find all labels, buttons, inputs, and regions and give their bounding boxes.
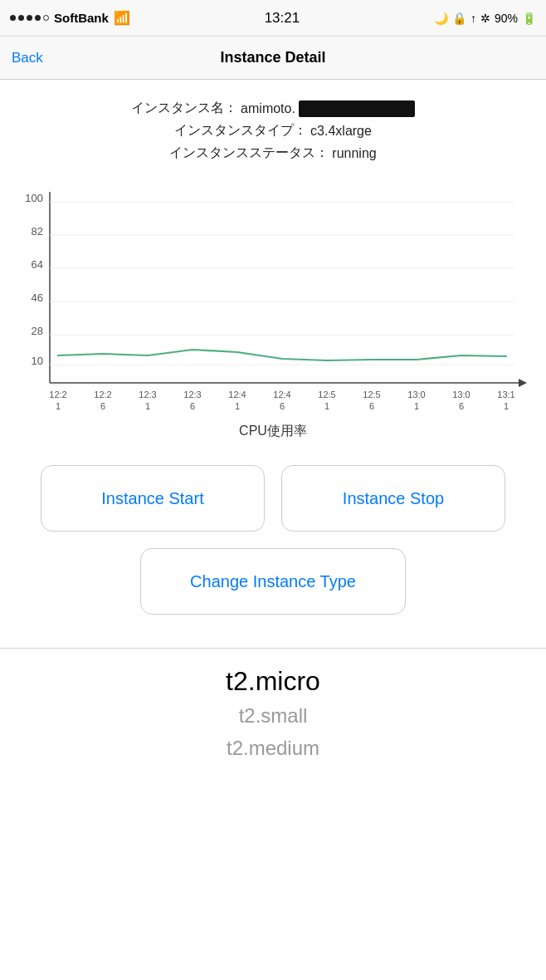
- svg-text:6: 6: [459, 401, 464, 411]
- svg-text:1: 1: [145, 401, 150, 411]
- instance-status-value: running: [332, 146, 376, 161]
- instance-type-row: インスタンスタイプ： c3.4xlarge: [17, 122, 529, 140]
- buttons-section: Instance Start Instance Stop Change Inst…: [0, 440, 546, 623]
- battery-label: 90%: [495, 12, 518, 25]
- instance-status-row: インスタンスステータス： running: [17, 145, 529, 162]
- chart-container: 100 82 64 46 28 10 12:2 12:2: [17, 184, 529, 440]
- picker-selected-item[interactable]: t2.micro: [0, 649, 546, 700]
- status-bar: SoftBank 📶 13:21 🌙 🔒 ↑ ✲ 90% 🔋: [0, 0, 546, 37]
- lock-icon: 🔒: [452, 12, 466, 25]
- instance-name-value: amimoto.: [241, 101, 295, 116]
- status-bar-left: SoftBank 📶: [10, 10, 130, 26]
- svg-text:82: 82: [32, 225, 43, 238]
- dot-4: [35, 15, 41, 21]
- svg-text:12:4: 12:4: [273, 390, 290, 399]
- picker-section: t2.micro t2.small t2.medium: [0, 648, 546, 789]
- svg-marker-8: [519, 379, 527, 387]
- instance-name-label: インスタンス名：: [131, 100, 237, 117]
- svg-text:64: 64: [32, 258, 43, 271]
- chart-section: 100 82 64 46 28 10 12:2 12:2: [0, 175, 546, 440]
- change-instance-type-button[interactable]: Change Instance Type: [140, 548, 406, 615]
- battery-icon: 🔋: [522, 12, 536, 25]
- svg-text:12:3: 12:3: [183, 390, 201, 399]
- status-bar-time: 13:21: [265, 10, 300, 27]
- instance-status-label: インスタンスステータス：: [169, 145, 329, 162]
- svg-text:12:2: 12:2: [49, 390, 66, 399]
- svg-text:13:0: 13:0: [407, 390, 425, 399]
- svg-text:28: 28: [32, 325, 43, 337]
- svg-text:1: 1: [504, 401, 509, 411]
- svg-text:1: 1: [324, 401, 329, 411]
- dot-5: [43, 15, 49, 21]
- svg-text:1: 1: [56, 401, 61, 411]
- location-icon: ↑: [470, 12, 476, 25]
- svg-text:13:0: 13:0: [452, 390, 470, 399]
- svg-text:12:3: 12:3: [139, 390, 156, 399]
- bluetooth-icon: ✲: [480, 12, 490, 25]
- carrier-label: SoftBank: [54, 11, 109, 25]
- start-stop-row: Instance Start Instance Stop: [17, 465, 529, 532]
- dot-2: [18, 15, 24, 21]
- page-title: Instance Detail: [220, 49, 325, 66]
- status-bar-right: 🌙 🔒 ↑ ✲ 90% 🔋: [434, 12, 536, 25]
- signal-dots: [10, 15, 49, 21]
- wifi-icon: 📶: [114, 10, 130, 26]
- dot-3: [27, 15, 32, 21]
- svg-text:12:5: 12:5: [363, 390, 380, 399]
- instance-name-row: インスタンス名： amimoto.: [17, 100, 529, 117]
- instance-type-value: c3.4xlarge: [310, 124, 372, 139]
- cpu-chart: 100 82 64 46 28 10 12:2 12:2: [17, 184, 531, 416]
- svg-text:6: 6: [280, 401, 285, 411]
- back-button[interactable]: Back: [12, 50, 43, 66]
- svg-text:12:5: 12:5: [318, 390, 335, 399]
- svg-text:6: 6: [369, 401, 374, 411]
- svg-text:1: 1: [235, 401, 240, 411]
- instance-start-button[interactable]: Instance Start: [41, 465, 265, 532]
- svg-text:12:2: 12:2: [94, 390, 111, 399]
- svg-text:13:1: 13:1: [497, 390, 514, 399]
- picker-item-2[interactable]: t2.medium: [0, 733, 546, 764]
- svg-text:12:4: 12:4: [228, 390, 246, 399]
- nav-bar: Back Instance Detail: [0, 37, 546, 80]
- svg-text:100: 100: [25, 192, 43, 204]
- svg-text:10: 10: [32, 355, 43, 367]
- dot-1: [10, 15, 16, 21]
- svg-text:46: 46: [32, 292, 43, 304]
- svg-text:6: 6: [100, 401, 105, 411]
- instance-stop-button[interactable]: Instance Stop: [281, 465, 505, 532]
- svg-text:1: 1: [414, 401, 419, 411]
- instance-info: インスタンス名： amimoto. インスタンスタイプ： c3.4xlarge …: [0, 80, 546, 175]
- chart-title: CPU使用率: [17, 423, 529, 440]
- picker-item-1[interactable]: t2.small: [0, 700, 546, 732]
- svg-text:6: 6: [190, 401, 195, 411]
- instance-type-label: インスタンスタイプ：: [174, 122, 307, 140]
- instance-name-redacted: [299, 100, 415, 117]
- moon-icon: 🌙: [434, 12, 448, 25]
